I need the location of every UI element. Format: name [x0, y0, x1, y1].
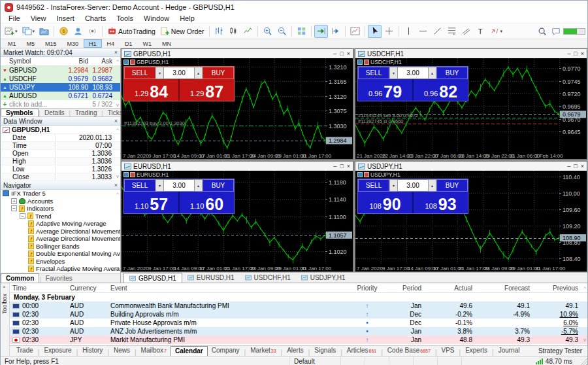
chart-canvas-area[interactable]: 0.97700.97450.97200.96950.96700.9645#114… [355, 58, 587, 159]
chart-tab-gbpusd[interactable]: GBPUSD,H1 [123, 273, 182, 283]
toolbox-tab-mailbox[interactable]: Mailbox7 [137, 346, 171, 356]
restore-button[interactable]: □ [340, 163, 343, 169]
tree-item[interactable]: fAverage Directional Movement [1, 228, 120, 235]
toolbox-tab-experts[interactable]: Experts [461, 346, 491, 356]
add-symbol-row[interactable]: +click to add...5 / 302 [1, 100, 120, 108]
chart-tab-usdchf[interactable]: USDCHF,H1 [240, 273, 296, 283]
tree-item[interactable]: IFX Trader 5 [1, 190, 120, 198]
chart-canvas-area[interactable]: 110.40110.00109.60109.20108.80108.40108.… [355, 171, 587, 271]
market-watch-row-audusd[interactable]: ▲AUDUSD0.67210.6724 [1, 92, 120, 100]
timeframe-H4[interactable]: H4 [102, 39, 120, 48]
minimize-button[interactable]: – [567, 163, 570, 169]
close-button[interactable]: × [347, 50, 350, 57]
trendline-button[interactable] [431, 25, 444, 38]
minimize-button[interactable]: – [333, 50, 336, 57]
autotrading-button[interactable]: AutoTrading [105, 25, 157, 38]
market-watch-row-gbpusd[interactable]: ▼GBPUSD1.29841.2987 [1, 66, 120, 75]
close-icon[interactable]: × [114, 118, 118, 124]
toolbox-tab-trade[interactable]: Trade [12, 346, 37, 356]
scroll-up-icon[interactable]: ^ [116, 127, 119, 133]
chart-folder-button[interactable] [37, 25, 51, 38]
buy-button[interactable]: BUY [436, 67, 468, 79]
toolbox-tab-journal[interactable]: Journal [495, 346, 524, 356]
menu-item-insert[interactable]: Insert [51, 14, 80, 22]
toolbox-tab-exposure[interactable]: Exposure [40, 346, 75, 356]
tree-item[interactable]: fAdaptive Moving Average [1, 220, 120, 228]
fibonacci-button[interactable]: F [445, 25, 459, 38]
tree-item[interactable]: fDouble Exponential Moving Av [1, 250, 120, 258]
scroll-down-icon[interactable]: v [583, 337, 586, 343]
oneclick-toggle-icon[interactable] [364, 172, 369, 177]
oneclick-toggle-icon[interactable] [130, 60, 135, 65]
channel-button[interactable] [459, 25, 473, 38]
tree-item[interactable]: fEnvelopes [1, 258, 120, 266]
market-watch-row-usdjpy[interactable]: ▲USDJPY108.90108.93 [1, 83, 120, 92]
resize-grip[interactable] [579, 357, 587, 365]
tree-item[interactable]: +Accounts [1, 198, 120, 205]
close-button[interactable]: × [581, 163, 584, 169]
scroll-up-icon[interactable]: ^ [116, 58, 119, 64]
close-button[interactable]: × [347, 163, 350, 169]
volume-input[interactable]: 3.00 [398, 67, 428, 79]
sell-button[interactable]: SELL [124, 179, 155, 192]
sell-button[interactable]: SELL [358, 67, 389, 79]
chart-tab-usdjpy[interactable]: USDJPY,H1 [296, 273, 351, 283]
chart-window-titlebar[interactable]: USDJPY,H1–□× [355, 162, 587, 171]
toolbox-tab-history[interactable]: History [78, 346, 106, 356]
timeframe-M5[interactable]: M5 [22, 39, 41, 48]
chat-button[interactable] [549, 25, 563, 38]
minimize-button[interactable]: – [333, 163, 336, 169]
volume-up-button[interactable]: ▴ [194, 179, 203, 192]
new-chart-button[interactable]: ▾ [3, 25, 20, 38]
chart-canvas-area[interactable]: 1.11801.11401.11001.10601.10201.10577 Ja… [122, 171, 353, 271]
toolbox-tab-company[interactable]: Company [208, 346, 244, 356]
buy-button[interactable]: BUY [203, 179, 234, 192]
toolbox-tab-calendar[interactable]: Calendar [171, 346, 208, 356]
tree-expander-icon[interactable]: − [11, 205, 17, 211]
toolbox-tab-code-base[interactable]: Code Base6657 [384, 346, 434, 356]
tree-expander-icon[interactable]: + [11, 198, 17, 204]
calendar-event-row[interactable]: 02:30AUDPrivate House Approvals m/m•Dec-… [10, 319, 587, 327]
volume-input[interactable]: 3.00 [164, 67, 194, 79]
zoom-out-button[interactable] [275, 25, 289, 38]
tree-item[interactable]: fFractal Adaptive Moving Avera [1, 265, 120, 273]
toolbox-tab-signals[interactable]: Signals [310, 346, 340, 356]
scroll-down-icon[interactable]: v [116, 265, 119, 271]
menu-item-charts[interactable]: Charts [80, 14, 111, 22]
volume-down-button[interactable]: ▾ [155, 67, 164, 79]
chart-window-titlebar[interactable]: EURUSD,H1–□× [122, 162, 353, 171]
close-icon[interactable]: × [3, 284, 6, 290]
chart-shift-button[interactable] [329, 25, 342, 38]
close-button[interactable]: × [581, 50, 584, 57]
profile-selector[interactable]: Default [289, 356, 340, 365]
tree-item[interactable]: −fTrend [1, 213, 120, 220]
menu-item-window[interactable]: Window [139, 14, 174, 22]
chart-window-titlebar[interactable]: GBPUSD,H1–□× [122, 49, 353, 58]
timeframe-M30[interactable]: M30 [62, 39, 84, 48]
calendar-event-row[interactable]: 02:30AUDANZ Job Advertisements m/m•Jan3.… [10, 327, 587, 336]
timeframe-MN[interactable]: MN [157, 39, 176, 48]
search-button[interactable] [536, 25, 549, 38]
menu-item-tools[interactable]: Tools [111, 14, 139, 22]
tab-details[interactable]: Details [40, 109, 69, 116]
toolbox-tab-vps[interactable]: VPS [438, 346, 459, 356]
buy-button[interactable]: BUY [436, 179, 468, 192]
timeframe-M1[interactable]: M1 [3, 39, 22, 48]
tree-item[interactable]: fBollinger Bands [1, 243, 120, 251]
menu-item-file[interactable]: File [3, 14, 25, 22]
tab-favorites[interactable]: Favorites [41, 273, 77, 283]
new-order-button[interactable]: New Order [158, 25, 206, 38]
cursor-button[interactable] [368, 25, 382, 38]
oneclick-toggle-icon[interactable] [364, 60, 369, 65]
oneclick-toggle-icon[interactable] [130, 172, 135, 177]
timeframe-W1[interactable]: W1 [138, 39, 157, 48]
toolbox-tab-alerts[interactable]: Alerts [283, 346, 308, 356]
menu-item-help[interactable]: Help [174, 14, 200, 22]
calendar-event-row[interactable]: 02:30AUDBuilding Approvals m/m↑Dec-0.2%-… [10, 310, 587, 319]
hline-button[interactable] [416, 25, 430, 38]
timeframe-H1[interactable]: H1 [84, 39, 102, 48]
chart-canvas-area[interactable]: 1.32101.31651.31201.30751.3030#11392203 … [122, 58, 353, 159]
tab-common[interactable]: Common [1, 273, 39, 283]
menu-item-view[interactable]: View [25, 14, 52, 22]
chart-window-titlebar[interactable]: USDCHF,H1–□× [355, 49, 587, 58]
